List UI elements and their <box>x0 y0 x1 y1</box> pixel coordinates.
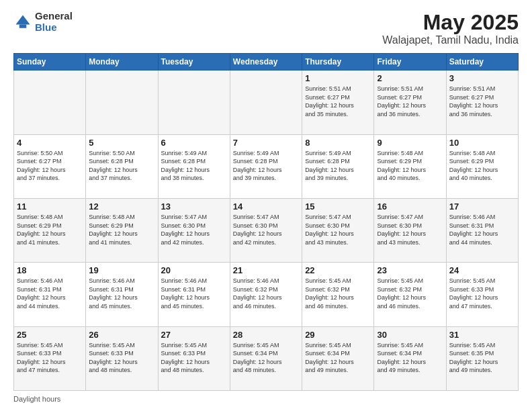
day-number: 9 <box>377 138 443 148</box>
day-info: Sunrise: 5:45 AM Sunset: 6:35 PM Dayligh… <box>449 341 515 375</box>
day-number: 15 <box>305 201 371 212</box>
calendar-table: SundayMondayTuesdayWednesdayThursdayFrid… <box>13 53 519 391</box>
day-cell: 9Sunrise: 5:48 AM Sunset: 6:29 PM Daylig… <box>374 134 446 198</box>
day-number: 23 <box>377 265 443 275</box>
page: General Blue May 2025 Walajapet, Tamil N… <box>0 0 532 411</box>
day-info: Sunrise: 5:47 AM Sunset: 6:30 PM Dayligh… <box>233 213 299 246</box>
subtitle: Walajapet, Tamil Nadu, India <box>382 34 519 46</box>
day-cell: 25Sunrise: 5:45 AM Sunset: 6:33 PM Dayli… <box>14 326 86 390</box>
day-number: 28 <box>233 330 299 340</box>
day-cell: 22Sunrise: 5:45 AM Sunset: 6:32 PM Dayli… <box>302 263 374 326</box>
day-cell: 8Sunrise: 5:49 AM Sunset: 6:28 PM Daylig… <box>302 134 374 198</box>
day-number: 14 <box>233 201 299 212</box>
day-cell <box>86 71 158 134</box>
logo-icon <box>13 13 32 32</box>
title-block: May 2025 Walajapet, Tamil Nadu, India <box>382 11 519 46</box>
day-number: 29 <box>305 330 371 340</box>
day-number: 2 <box>377 73 443 83</box>
day-info: Sunrise: 5:45 AM Sunset: 6:34 PM Dayligh… <box>305 341 371 375</box>
day-info: Sunrise: 5:45 AM Sunset: 6:34 PM Dayligh… <box>377 341 443 375</box>
day-info: Sunrise: 5:49 AM Sunset: 6:28 PM Dayligh… <box>305 149 371 183</box>
day-info: Sunrise: 5:46 AM Sunset: 6:31 PM Dayligh… <box>89 277 154 310</box>
day-cell: 23Sunrise: 5:45 AM Sunset: 6:32 PM Dayli… <box>374 263 446 326</box>
header-day-friday: Friday <box>374 54 446 71</box>
day-cell: 16Sunrise: 5:47 AM Sunset: 6:30 PM Dayli… <box>374 198 446 262</box>
day-number: 10 <box>449 138 515 148</box>
logo-text: General Blue <box>35 11 73 33</box>
svg-rect-1 <box>19 24 27 28</box>
day-cell: 5Sunrise: 5:50 AM Sunset: 6:28 PM Daylig… <box>86 134 158 198</box>
day-info: Sunrise: 5:50 AM Sunset: 6:27 PM Dayligh… <box>17 149 83 183</box>
day-info: Sunrise: 5:48 AM Sunset: 6:29 PM Dayligh… <box>17 213 83 246</box>
day-number: 13 <box>161 201 227 212</box>
day-number: 18 <box>17 265 83 275</box>
header-day-thursday: Thursday <box>302 54 374 71</box>
day-number: 17 <box>449 201 515 212</box>
day-info: Sunrise: 5:46 AM Sunset: 6:32 PM Dayligh… <box>233 277 299 310</box>
day-cell: 17Sunrise: 5:46 AM Sunset: 6:31 PM Dayli… <box>446 198 518 262</box>
day-info: Sunrise: 5:50 AM Sunset: 6:28 PM Dayligh… <box>89 149 154 183</box>
day-number: 20 <box>161 265 227 275</box>
logo: General Blue <box>13 11 73 33</box>
day-number: 30 <box>377 330 443 340</box>
day-number: 27 <box>161 330 227 340</box>
header-day-sunday: Sunday <box>14 54 86 71</box>
day-number: 26 <box>89 330 154 340</box>
week-row-3: 11Sunrise: 5:48 AM Sunset: 6:29 PM Dayli… <box>14 198 519 262</box>
day-number: 6 <box>161 138 227 148</box>
day-info: Sunrise: 5:46 AM Sunset: 6:31 PM Dayligh… <box>161 277 227 310</box>
logo-blue: Blue <box>35 22 73 34</box>
day-info: Sunrise: 5:51 AM Sunset: 6:27 PM Dayligh… <box>377 85 443 118</box>
day-number: 21 <box>233 265 299 275</box>
header-day-monday: Monday <box>86 54 158 71</box>
day-info: Sunrise: 5:47 AM Sunset: 6:30 PM Dayligh… <box>377 213 443 246</box>
header-row: SundayMondayTuesdayWednesdayThursdayFrid… <box>14 54 519 71</box>
day-number: 5 <box>89 138 154 148</box>
day-number: 31 <box>449 330 515 340</box>
day-info: Sunrise: 5:45 AM Sunset: 6:32 PM Dayligh… <box>305 277 371 310</box>
day-cell: 6Sunrise: 5:49 AM Sunset: 6:28 PM Daylig… <box>158 134 230 198</box>
day-info: Sunrise: 5:45 AM Sunset: 6:33 PM Dayligh… <box>449 277 515 310</box>
main-title: May 2025 <box>382 11 519 34</box>
day-number: 24 <box>449 265 515 275</box>
day-cell: 1Sunrise: 5:51 AM Sunset: 6:27 PM Daylig… <box>302 71 374 134</box>
day-cell: 31Sunrise: 5:45 AM Sunset: 6:35 PM Dayli… <box>446 326 518 390</box>
day-info: Sunrise: 5:46 AM Sunset: 6:31 PM Dayligh… <box>449 213 515 246</box>
day-cell: 4Sunrise: 5:50 AM Sunset: 6:27 PM Daylig… <box>14 134 86 198</box>
svg-marker-0 <box>16 15 30 24</box>
day-number: 22 <box>305 265 371 275</box>
header-day-saturday: Saturday <box>446 54 518 71</box>
week-row-2: 4Sunrise: 5:50 AM Sunset: 6:27 PM Daylig… <box>14 134 519 198</box>
day-cell <box>230 71 302 134</box>
day-info: Sunrise: 5:49 AM Sunset: 6:28 PM Dayligh… <box>161 149 227 183</box>
day-cell: 27Sunrise: 5:45 AM Sunset: 6:33 PM Dayli… <box>158 326 230 390</box>
day-info: Sunrise: 5:46 AM Sunset: 6:31 PM Dayligh… <box>17 277 83 310</box>
day-cell: 18Sunrise: 5:46 AM Sunset: 6:31 PM Dayli… <box>14 263 86 326</box>
day-cell: 19Sunrise: 5:46 AM Sunset: 6:31 PM Dayli… <box>86 263 158 326</box>
day-number: 1 <box>305 73 371 83</box>
day-cell: 28Sunrise: 5:45 AM Sunset: 6:34 PM Dayli… <box>230 326 302 390</box>
week-row-4: 18Sunrise: 5:46 AM Sunset: 6:31 PM Dayli… <box>14 263 519 326</box>
day-info: Sunrise: 5:45 AM Sunset: 6:32 PM Dayligh… <box>377 277 443 310</box>
logo-general: General <box>35 11 73 22</box>
week-row-1: 1Sunrise: 5:51 AM Sunset: 6:27 PM Daylig… <box>14 71 519 134</box>
day-number: 4 <box>17 138 83 148</box>
day-cell: 2Sunrise: 5:51 AM Sunset: 6:27 PM Daylig… <box>374 71 446 134</box>
day-info: Sunrise: 5:48 AM Sunset: 6:29 PM Dayligh… <box>377 149 443 183</box>
day-cell: 11Sunrise: 5:48 AM Sunset: 6:29 PM Dayli… <box>14 198 86 262</box>
day-info: Sunrise: 5:47 AM Sunset: 6:30 PM Dayligh… <box>305 213 371 246</box>
header-day-tuesday: Tuesday <box>158 54 230 71</box>
day-cell: 10Sunrise: 5:48 AM Sunset: 6:29 PM Dayli… <box>446 134 518 198</box>
day-info: Sunrise: 5:45 AM Sunset: 6:33 PM Dayligh… <box>161 341 227 375</box>
day-cell: 20Sunrise: 5:46 AM Sunset: 6:31 PM Dayli… <box>158 263 230 326</box>
day-cell: 29Sunrise: 5:45 AM Sunset: 6:34 PM Dayli… <box>302 326 374 390</box>
day-info: Sunrise: 5:45 AM Sunset: 6:33 PM Dayligh… <box>17 341 83 375</box>
day-cell: 14Sunrise: 5:47 AM Sunset: 6:30 PM Dayli… <box>230 198 302 262</box>
day-number: 25 <box>17 330 83 340</box>
footer: Daylight hours <box>13 395 519 403</box>
day-info: Sunrise: 5:48 AM Sunset: 6:29 PM Dayligh… <box>89 213 154 246</box>
day-cell: 24Sunrise: 5:45 AM Sunset: 6:33 PM Dayli… <box>446 263 518 326</box>
day-cell: 13Sunrise: 5:47 AM Sunset: 6:30 PM Dayli… <box>158 198 230 262</box>
day-cell: 21Sunrise: 5:46 AM Sunset: 6:32 PM Dayli… <box>230 263 302 326</box>
day-cell: 15Sunrise: 5:47 AM Sunset: 6:30 PM Dayli… <box>302 198 374 262</box>
